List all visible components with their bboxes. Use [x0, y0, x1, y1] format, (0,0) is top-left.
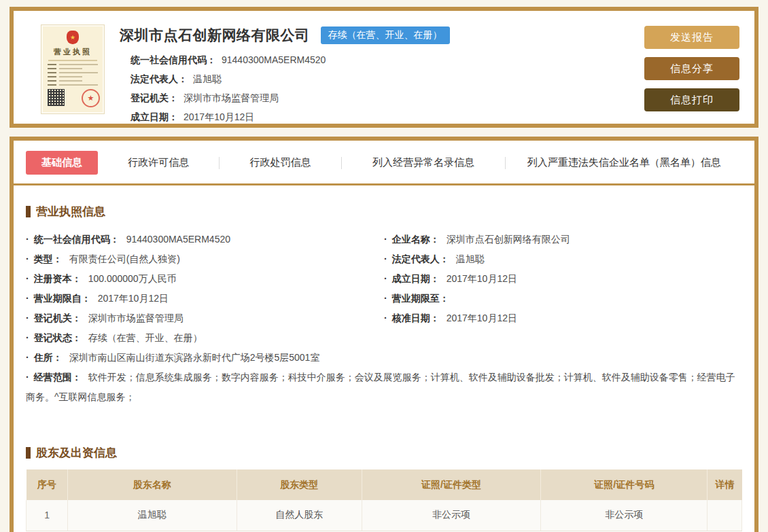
license-thumb-title: 营业执照: [48, 47, 98, 57]
cell-detail: [708, 500, 742, 531]
tab-admin-penalty[interactable]: 行政处罚信息: [249, 156, 311, 169]
field-address: ·住所：深圳市南山区南山街道东滨路永新时代广场2号楼5层5001室: [26, 348, 742, 368]
header-actions: 发送报告 信息分享 信息打印: [644, 24, 739, 111]
cell-shareholder-type: 自然人股东: [237, 500, 362, 531]
detail-panel: 基础信息 行政许可信息 行政处罚信息 列入经营异常名录信息 列入严重违法失信企业…: [10, 137, 758, 532]
tab-abnormal-operations[interactable]: 列入经营异常名录信息: [372, 156, 474, 169]
col-detail: 详情: [708, 469, 742, 500]
license-info-fields: ·统一社会信用代码：91440300MA5ERM4520 ·类型：有限责任公司(…: [26, 230, 742, 407]
cell-shareholder-name: 温旭聪: [68, 500, 237, 531]
field-founded-date: ·成立日期：2017年10月12日: [384, 269, 742, 289]
col-index: 序号: [27, 469, 68, 500]
company-name: 深圳市点石创新网络有限公司: [120, 26, 310, 45]
field-registry-authority: ·登记机关：深圳市市场监督管理局: [26, 308, 384, 328]
header-field-credit-code: 统一社会信用代码：91440300MA5ERM4520: [130, 50, 632, 69]
share-info-button[interactable]: 信息分享: [644, 57, 739, 80]
send-report-button[interactable]: 发送报告: [644, 26, 739, 49]
print-info-button[interactable]: 信息打印: [644, 88, 739, 111]
company-summary: 深圳市点石创新网络有限公司 存续（在营、开业、在册） 统一社会信用代码：9144…: [105, 24, 632, 126]
license-divider: [48, 60, 97, 61]
field-approval-date: ·核准日期：2017年10月12日: [384, 308, 742, 328]
status-badge: 存续（在营、开业、在册）: [321, 26, 450, 44]
shareholder-table-header: 序号 股东名称 股东类型 证照/证件类型 证照/证件号码 详情: [27, 469, 742, 500]
field-term-to: ·营业期限至：: [384, 289, 742, 308]
section-title-bar: [26, 206, 31, 217]
header-field-legal-rep: 法定代表人：温旭聪: [130, 69, 632, 88]
field-credit-code: ·统一社会信用代码：91440300MA5ERM4520: [26, 230, 384, 249]
field-legal-rep: ·法定代表人：温旭聪: [384, 249, 742, 269]
tab-basic-info[interactable]: 基础信息: [26, 151, 98, 175]
field-company-name: ·企业名称：深圳市点石创新网络有限公司: [384, 230, 742, 249]
tab-blacklist[interactable]: 列入严重违法失信企业名单（黑名单）信息: [527, 156, 721, 169]
red-seal-icon: ★: [82, 89, 100, 107]
header-field-registry: 登记机关：深圳市市场监督管理局: [130, 88, 632, 107]
cell-certificate-type: 非公示项: [362, 500, 540, 531]
field-registered-capital: ·注册资本：100.000000万人民币: [26, 269, 384, 289]
cell-certificate-number: 非公示项: [541, 500, 708, 531]
tab-bar: 基础信息 行政许可信息 行政处罚信息 列入经营异常名录信息 列入严重违法失信企业…: [14, 141, 754, 185]
national-emblem-icon: ★: [67, 31, 79, 44]
col-certificate-number: 证照/证件号码: [541, 469, 708, 500]
table-row: 1 温旭聪 自然人股东 非公示项 非公示项: [27, 500, 742, 531]
qr-code-icon: [48, 89, 65, 106]
shareholder-section-title: 股东及出资信息: [26, 445, 742, 461]
field-term-from: ·营业期限自：2017年10月12日: [26, 289, 384, 308]
header-field-founded-date: 成立日期：2017年10月12日: [130, 107, 632, 126]
field-company-type: ·类型：有限责任公司(自然人独资): [26, 249, 384, 269]
col-certificate-type: 证照/证件类型: [362, 469, 540, 500]
col-shareholder-type: 股东类型: [237, 469, 362, 500]
col-shareholder-name: 股东名称: [68, 469, 237, 500]
section-title-bar: [26, 447, 31, 459]
company-header-panel: ★ 营业执照 ★ 深圳市点石创新网络有限公司 存续（在营、开业、在册） 统一社会…: [10, 7, 758, 128]
shareholder-table: 序号 股东名称 股东类型 证照/证件类型 证照/证件号码 详情 1 温旭聪 自然…: [26, 469, 742, 531]
page: ★ 营业执照 ★ 深圳市点石创新网络有限公司 存续（在营、开业、在册） 统一社会…: [0, 0, 768, 532]
cell-index: 1: [27, 500, 68, 531]
tab-admin-licensing[interactable]: 行政许可信息: [128, 156, 189, 169]
field-business-scope: ·经营范围：软件开发；信息系统集成服务；数字内容服务；科技中介服务；会议及展览服…: [26, 368, 742, 407]
business-license-thumbnail: ★ 营业执照 ★: [41, 24, 105, 114]
field-registration-status: ·登记状态：存续（在营、开业、在册）: [26, 328, 384, 348]
license-info-section-title: 营业执照信息: [26, 204, 742, 219]
